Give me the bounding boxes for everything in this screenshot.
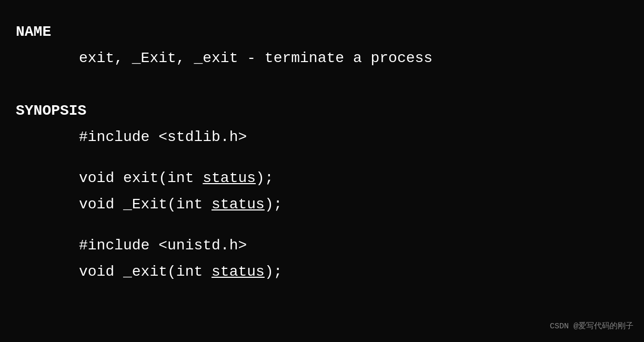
func-exit-lower-line: void _exit(int status);: [16, 261, 628, 283]
watermark: CSDN @爱写代码的刚子: [550, 321, 633, 333]
func-Exit-line: void _Exit(int status);: [16, 194, 628, 216]
include-stdlib: #include <stdlib.h>: [16, 126, 628, 148]
func-exit-suffix: );: [256, 170, 274, 186]
name-section: NAME exit, _Exit, _exit - terminate a pr…: [16, 21, 628, 69]
func-exit-lower-prefix: void _exit(int: [79, 264, 212, 280]
func-exit-line: void exit(int status);: [16, 167, 628, 189]
spacer-1: [16, 85, 628, 100]
synopsis-section: SYNOPSIS #include <stdlib.h> void exit(i…: [16, 100, 628, 283]
spacer-3: [16, 220, 628, 235]
func-Exit-status: status: [212, 196, 265, 213]
func-Exit-suffix: );: [265, 196, 283, 213]
include-unistd: #include <unistd.h>: [16, 235, 628, 257]
func-exit-prefix: void exit(int: [79, 170, 203, 186]
synopsis-heading: SYNOPSIS: [16, 100, 628, 122]
func-Exit-prefix: void _Exit(int: [79, 196, 212, 213]
include-stdlib-text: #include <stdlib.h>: [79, 129, 247, 145]
func-exit-status: status: [203, 170, 256, 186]
name-heading: NAME: [16, 21, 628, 43]
main-content: NAME exit, _Exit, _exit - terminate a pr…: [0, 0, 644, 315]
spacer-2: [16, 153, 628, 167]
include-unistd-text: #include <unistd.h>: [79, 237, 247, 254]
func-exit-lower-status: status: [212, 264, 265, 280]
name-description: exit, _Exit, _exit - terminate a process: [16, 47, 628, 69]
func-exit-lower-suffix: );: [265, 264, 283, 280]
